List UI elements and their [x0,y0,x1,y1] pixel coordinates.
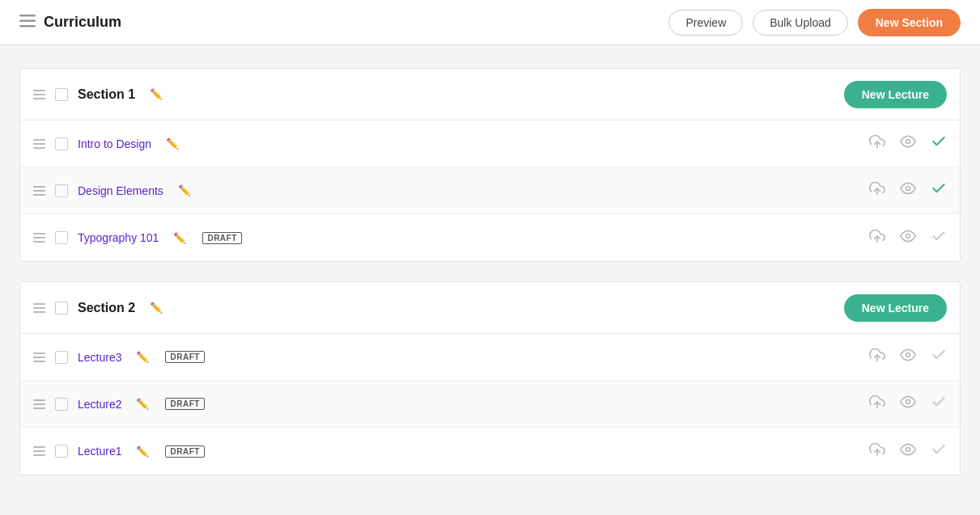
section-edit-icon-1[interactable]: ✏️ [150,88,163,100]
svg-point-4 [906,140,910,144]
section-header-2: Section 2 ✏️ New Lecture [20,282,960,334]
topbar-left: Curriculum [19,14,121,31]
svg-point-8 [906,234,910,238]
section-checkbox-1[interactable] [55,88,68,101]
lecture-checkbox-s2-l3[interactable] [55,445,68,458]
lecture-checkbox-s1-l3[interactable] [55,231,68,244]
lecture-checkbox-s2-l1[interactable] [55,351,68,364]
lecture-row-left-s1-l3: Typography 101 ✏️ DRAFT [33,231,869,244]
drag-handle-section-2[interactable] [33,303,45,313]
eye-icon-s2-l1[interactable] [900,347,916,367]
lecture-actions-s2-l3 [869,441,947,462]
lecture-edit-icon-s1-l1[interactable]: ✏️ [166,137,179,150]
upload-icon-s2-l2[interactable] [869,394,885,414]
new-lecture-button-section-1[interactable]: New Lecture [844,81,947,108]
draft-badge: DRAFT [165,445,204,458]
upload-icon-s1-l2[interactable] [869,180,885,201]
check-icon-s1-l3[interactable] [931,228,947,248]
lecture-row-s2-l3: Lecture1 ✏️ DRAFT [20,428,960,475]
lecture-title-s1-l2: Design Elements [78,184,163,197]
draft-badge: DRAFT [165,351,204,363]
lecture-title-s2-l3: Lecture1 [78,445,121,458]
lecture-row-s1-l3: Typography 101 ✏️ DRAFT [20,214,960,261]
lecture-row-left-s1-l2: Design Elements ✏️ [33,184,869,197]
draft-badge: DRAFT [202,232,241,244]
svg-rect-2 [19,25,36,27]
eye-icon-s1-l3[interactable] [900,228,916,248]
section-checkbox-2[interactable] [55,302,68,314]
lecture-title-s2-l2: Lecture2 [78,398,121,411]
lecture-actions-s2-l2 [869,394,947,414]
lecture-row-left-s2-l2: Lecture2 ✏️ DRAFT [33,398,869,411]
section-card-2: Section 2 ✏️ New Lecture Lecture3 ✏️ DRA… [19,281,961,475]
lecture-actions-s1-l3 [869,228,947,248]
curriculum-content: Section 1 ✏️ New Lecture Intro to Design… [0,45,980,498]
lecture-actions-s1-l2 [869,180,947,201]
lecture-title-s2-l1: Lecture3 [78,351,121,364]
lecture-row-left-s2-l3: Lecture1 ✏️ DRAFT [33,445,869,458]
lecture-title-s1-l1: Intro to Design [78,137,151,150]
new-section-button[interactable]: New Section [858,9,961,36]
svg-rect-1 [19,19,36,22]
drag-handle-lecture-s2-l3[interactable] [33,446,45,456]
lecture-edit-icon-s1-l2[interactable]: ✏️ [178,184,191,196]
section-header-1: Section 1 ✏️ New Lecture [20,69,960,120]
eye-icon-s1-l2[interactable] [900,180,916,201]
eye-icon-s2-l2[interactable] [900,394,916,414]
lecture-row-s2-l1: Lecture3 ✏️ DRAFT [20,334,960,381]
bulk-upload-button[interactable]: Bulk Upload [753,10,848,36]
upload-icon-s1-l3[interactable] [869,228,885,248]
drag-handle-lecture-s2-l2[interactable] [33,399,45,409]
svg-point-14 [906,447,910,451]
eye-icon-s1-l1[interactable] [900,133,916,154]
svg-point-10 [906,353,910,357]
lecture-edit-icon-s2-l2[interactable]: ✏️ [136,398,149,410]
lecture-edit-icon-s2-l3[interactable]: ✏️ [136,445,149,458]
drag-handle-section-1[interactable] [33,90,45,99]
eye-icon-s2-l3[interactable] [900,441,916,462]
section-header-left-2: Section 2 ✏️ [33,301,844,315]
lecture-actions-s1-l1 [869,133,947,154]
lecture-actions-s2-l1 [869,347,947,367]
topbar: Curriculum Preview Bulk Upload New Secti… [0,0,980,45]
page-title: Curriculum [44,14,121,31]
svg-point-12 [906,400,910,404]
section-card-1: Section 1 ✏️ New Lecture Intro to Design… [19,68,961,262]
lecture-row-s2-l2: Lecture2 ✏️ DRAFT [20,381,960,428]
lecture-edit-icon-s1-l3[interactable]: ✏️ [173,232,186,244]
section-edit-icon-2[interactable]: ✏️ [150,302,163,314]
draft-badge: DRAFT [165,398,204,410]
lecture-checkbox-s2-l2[interactable] [55,398,68,411]
svg-rect-0 [19,15,36,17]
drag-handle-lecture-s1-l2[interactable] [33,186,45,196]
upload-icon-s1-l1[interactable] [869,133,885,154]
lecture-checkbox-s1-l1[interactable] [55,137,68,150]
lecture-title-s1-l3: Typography 101 [78,231,159,244]
section-header-left-1: Section 1 ✏️ [33,87,844,102]
drag-handle-lecture-s1-l3[interactable] [33,233,45,243]
preview-button[interactable]: Preview [668,10,743,36]
svg-point-6 [906,187,910,191]
lecture-row-s1-l2: Design Elements ✏️ [20,167,960,214]
upload-icon-s2-l1[interactable] [869,347,885,367]
lecture-checkbox-s1-l2[interactable] [55,184,68,197]
check-icon-s1-l1[interactable] [931,133,947,154]
drag-handle-lecture-s1-l1[interactable] [33,139,45,149]
check-icon-s2-l3[interactable] [931,441,947,462]
check-icon-s2-l2[interactable] [931,394,947,414]
new-lecture-button-section-2[interactable]: New Lecture [844,294,947,322]
menu-icon [19,15,36,31]
lecture-edit-icon-s2-l1[interactable]: ✏️ [136,351,149,363]
section-title-2: Section 2 [78,301,135,315]
lecture-row-left-s2-l1: Lecture3 ✏️ DRAFT [33,351,869,364]
lecture-row-left-s1-l1: Intro to Design ✏️ [33,137,869,150]
check-icon-s2-l1[interactable] [931,347,947,367]
section-title-1: Section 1 [78,87,135,102]
drag-handle-lecture-s2-l1[interactable] [33,352,45,362]
check-icon-s1-l2[interactable] [931,180,947,201]
upload-icon-s2-l3[interactable] [869,441,885,462]
lecture-row-s1-l1: Intro to Design ✏️ [20,120,960,167]
topbar-right: Preview Bulk Upload New Section [668,9,961,36]
